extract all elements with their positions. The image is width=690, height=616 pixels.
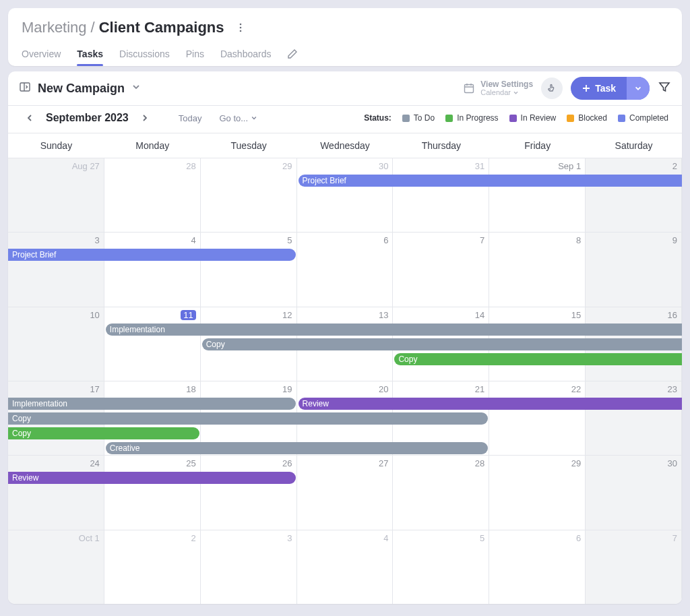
day-cell[interactable]: 5 — [201, 233, 297, 306]
day-cell[interactable]: 27 — [297, 456, 394, 529]
day-cell[interactable]: 3 — [201, 530, 297, 604]
day-cell[interactable]: Aug 27 — [8, 158, 104, 232]
event-bar[interactable]: Copy — [394, 353, 682, 365]
day-number: 30 — [668, 458, 677, 468]
day-cell[interactable]: 22 — [489, 381, 586, 455]
breadcrumb: Marketing / Client Campaigns — [8, 11, 682, 40]
event-bar[interactable]: Creative — [106, 442, 488, 454]
pointer-mode-button[interactable] — [541, 78, 563, 99]
toggle-sidebar-button[interactable] — [19, 81, 31, 96]
today-button[interactable]: Today — [179, 113, 202, 123]
goto-label: Go to... — [219, 113, 248, 123]
week-row: 10111213141516ImplementationCopyCopy — [8, 307, 682, 381]
day-cell[interactable]: 25 — [104, 456, 201, 529]
event-bar[interactable]: Project Brief — [8, 249, 296, 261]
event-bar[interactable]: Project Brief — [299, 175, 682, 187]
panel-right-icon — [19, 81, 31, 93]
day-cell[interactable]: 10 — [8, 307, 104, 381]
more-menu-button[interactable] — [235, 22, 246, 33]
day-cell[interactable]: 7 — [586, 530, 682, 604]
week-row: 3456789Project Brief — [8, 232, 682, 306]
day-number: 10 — [90, 310, 99, 320]
dow-cell: Monday — [104, 133, 201, 158]
day-cell[interactable]: 11 — [104, 307, 201, 381]
legend-item-blocked: Blocked — [567, 113, 607, 123]
svg-point-0 — [239, 24, 241, 26]
campaign-dropdown[interactable] — [131, 82, 141, 94]
goto-button[interactable]: Go to... — [219, 113, 257, 123]
breadcrumb-parent[interactable]: Marketing — [22, 19, 87, 36]
event-bar[interactable]: Copy — [8, 427, 199, 439]
new-task-main[interactable]: Task — [571, 77, 627, 100]
day-cell[interactable]: 29 — [489, 456, 586, 529]
chevron-down-icon — [131, 82, 141, 92]
day-cell[interactable]: 31 — [393, 158, 489, 232]
day-cell[interactable]: Oct 1 — [8, 530, 104, 604]
day-number: 6 — [383, 235, 388, 245]
day-number: 17 — [90, 384, 99, 394]
status-legend: Status: To Do In Progress In Review Bloc… — [364, 113, 668, 123]
next-month-button[interactable] — [137, 110, 153, 126]
day-cell[interactable]: Sep 1 — [489, 158, 586, 232]
event-bar[interactable]: Copy — [8, 412, 488, 425]
day-cell[interactable]: 4 — [297, 530, 394, 604]
new-task-button[interactable]: Task — [571, 77, 650, 100]
day-cell[interactable]: 8 — [489, 233, 586, 306]
tab-discussions[interactable]: Discussions — [119, 44, 170, 66]
week-row: 17181920212223ImplementationReviewCopyCo… — [8, 381, 682, 455]
event-bar[interactable]: Implementation — [106, 324, 682, 336]
day-cell[interactable]: 28 — [104, 158, 201, 232]
day-number: 15 — [571, 310, 581, 320]
day-number: 29 — [571, 458, 581, 468]
day-cell[interactable]: 24 — [8, 456, 104, 529]
calendar-toolbar: September 2023 Today Go to... Status: To… — [8, 105, 682, 133]
day-cell[interactable]: 3 — [8, 233, 104, 306]
day-cell[interactable]: 7 — [393, 233, 489, 306]
day-number: 31 — [475, 161, 484, 171]
day-number: 5 — [287, 235, 292, 245]
day-cell[interactable]: 6 — [297, 233, 394, 306]
event-bar[interactable]: Implementation — [8, 398, 296, 410]
day-cell[interactable]: 30 — [297, 158, 394, 232]
day-cell[interactable]: 6 — [489, 530, 586, 604]
day-cell[interactable]: 2 — [586, 158, 682, 232]
prev-month-button[interactable] — [22, 110, 38, 126]
day-number: 4 — [383, 533, 388, 543]
tab-dashboards[interactable]: Dashboards — [220, 44, 272, 66]
day-cell[interactable]: 29 — [201, 158, 297, 232]
day-number: 2 — [191, 533, 195, 543]
tab-bar: Overview Tasks Discussions Pins Dashboar… — [8, 40, 682, 66]
view-settings-button[interactable]: View Settings Calendar — [463, 80, 533, 96]
filter-button[interactable] — [658, 80, 671, 96]
filter-icon — [658, 80, 671, 94]
plus-icon — [582, 84, 591, 93]
tab-overview[interactable]: Overview — [22, 44, 61, 66]
dow-cell: Wednesday — [297, 133, 394, 158]
event-bar[interactable]: Copy — [202, 338, 682, 350]
day-number: 16 — [668, 310, 677, 320]
day-number: 12 — [282, 310, 292, 320]
event-bar[interactable]: Review — [299, 398, 682, 410]
day-cell[interactable]: 26 — [201, 456, 297, 529]
day-cell[interactable]: 9 — [586, 233, 682, 306]
tab-tasks[interactable]: Tasks — [77, 44, 103, 66]
event-bar[interactable]: Review — [8, 472, 296, 484]
day-cell[interactable]: 28 — [393, 456, 489, 529]
day-cell[interactable]: 2 — [104, 530, 201, 604]
day-cell[interactable]: 23 — [586, 381, 682, 455]
day-number: 18 — [186, 384, 195, 394]
toolbar: New Campaign View Settings Calendar — [8, 71, 682, 105]
campaign-title[interactable]: New Campaign — [38, 82, 125, 96]
day-number: 28 — [475, 458, 484, 468]
pencil-icon — [287, 49, 298, 59]
edit-tabs-button[interactable] — [287, 49, 298, 62]
new-task-dropdown[interactable] — [627, 77, 650, 100]
day-cell[interactable]: 30 — [586, 456, 682, 529]
day-number: 29 — [282, 161, 292, 171]
day-cell[interactable]: 5 — [393, 530, 489, 604]
day-number: 19 — [282, 384, 292, 394]
day-number: 27 — [379, 458, 388, 468]
day-number: 26 — [282, 458, 292, 468]
tab-pins[interactable]: Pins — [186, 44, 204, 66]
day-cell[interactable]: 4 — [104, 233, 201, 306]
